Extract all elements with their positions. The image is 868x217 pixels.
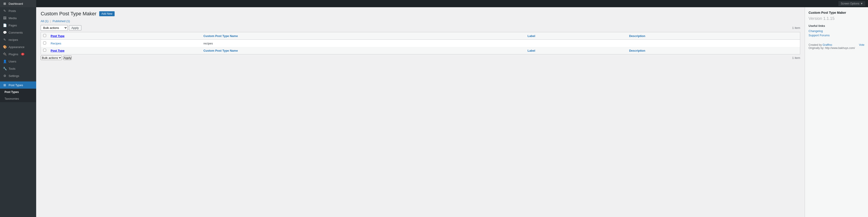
sidebar-item-posts[interactable]: ✎ Posts <box>0 7 36 14</box>
table-header-row: Post Type Custom Post Type Name Label De… <box>41 32 800 40</box>
plugin-name-title: Custom Post Type Maker <box>809 11 864 14</box>
row-checkbox[interactable] <box>43 41 46 44</box>
main: Screen Options ▼ Custom Post Type Maker … <box>36 0 868 217</box>
row-description <box>627 40 800 47</box>
plugins-badge: 3 <box>21 53 24 56</box>
sidebar-item-post-types[interactable]: ⊞ Post Types <box>0 81 36 88</box>
topbar: Screen Options ▼ <box>36 0 868 7</box>
appearance-icon: 🎨 <box>3 45 7 49</box>
sidebar-item-recipes[interactable]: ✎ recipes <box>0 36 36 43</box>
created-by-link[interactable]: Graffino <box>823 43 832 46</box>
footer-col-custom-name: Custom Post Type Name <box>201 47 525 55</box>
main-panel: Custom Post Type Maker Add New All (1) |… <box>36 7 805 217</box>
sidebar-submenu: Post Types Taxonomies <box>0 88 36 102</box>
col-description: Description <box>627 32 800 40</box>
posts-icon: ✎ <box>3 9 7 13</box>
plugins-icon: 🔌 <box>3 52 7 56</box>
changelog-link[interactable]: Changelog <box>809 29 864 33</box>
created-row: Created by Graffino Originally by: http:… <box>809 40 864 50</box>
row-post-type-link[interactable]: Recipes <box>51 42 61 45</box>
filter-published[interactable]: Published (1) <box>53 20 70 23</box>
useful-links-title: Useful links <box>809 24 864 28</box>
select-all-checkbox[interactable] <box>43 34 46 37</box>
media-icon: 🖼 <box>3 16 7 20</box>
sidebar-item-plugins[interactable]: 🔌 Plugins 3 <box>0 50 36 58</box>
select-all-col <box>41 32 49 40</box>
tablenav-top: Bulk actions Apply 1 item <box>41 25 800 31</box>
screen-options-button[interactable]: Screen Options ▼ <box>838 1 865 6</box>
sidebar-item-dashboard[interactable]: ⊞ Dashboard <box>0 0 36 7</box>
add-new-button[interactable]: Add New <box>99 11 115 16</box>
sidebar-item-appearance[interactable]: 🎨 Appearance <box>0 43 36 50</box>
tablenav-bottom: Bulk actions Apply 1 item <box>41 56 800 60</box>
footer-col-label: Label <box>525 47 627 55</box>
page-header: Custom Post Type Maker Add New <box>41 11 800 17</box>
sidebar: ⊞ Dashboard ✎ Posts 🖼 Media 📄 Pages 💬 Co… <box>0 0 36 217</box>
page-title: Custom Post Type Maker <box>41 11 96 17</box>
bulk-actions-select-bottom[interactable]: Bulk actions <box>41 56 62 60</box>
right-panel: Custom Post Type Maker Version 1.1.15 Us… <box>805 7 868 217</box>
footer-select-all-checkbox[interactable] <box>43 49 46 52</box>
row-custom-name: recipes <box>201 40 525 47</box>
footer-col-description: Description <box>627 47 800 55</box>
filter-all[interactable]: All (1) <box>41 20 49 23</box>
settings-icon: ⚙ <box>3 74 7 78</box>
sidebar-item-comments[interactable]: 💬 Comments <box>0 29 36 36</box>
recipes-icon: ✎ <box>3 38 7 41</box>
vote-link[interactable]: Vote <box>859 43 864 46</box>
table-body: Recipes recipes <box>41 40 800 47</box>
version-text: Version 1.1.15 <box>809 16 864 21</box>
footer-col-post-type[interactable]: Post Type <box>49 47 201 55</box>
col-custom-post-type-name: Custom Post Type Name <box>201 32 525 40</box>
apply-button[interactable]: Apply <box>69 25 81 31</box>
table-row: Recipes recipes <box>41 40 800 47</box>
col-post-type-link[interactable]: Post Type <box>51 34 64 38</box>
sidebar-item-settings[interactable]: ⚙ Settings <box>0 72 36 79</box>
apply-button-bottom[interactable]: Apply <box>63 56 72 60</box>
row-label <box>525 40 627 47</box>
pages-icon: 📄 <box>3 24 7 27</box>
support-forums-link[interactable]: Support Forums <box>809 34 864 37</box>
col-label: Label <box>525 32 627 40</box>
item-count: 1 item <box>792 26 800 30</box>
users-icon: 👤 <box>3 60 7 63</box>
sidebar-item-pages[interactable]: 📄 Pages <box>0 22 36 29</box>
sidebar-submenu-taxonomies[interactable]: Taxonomies <box>0 96 36 102</box>
row-checkbox-col <box>41 40 49 47</box>
created-by: Created by Graffino Originally by: http:… <box>809 43 855 50</box>
dashboard-icon: ⊞ <box>3 2 7 5</box>
filter-links: All (1) | Published (1) <box>41 20 800 23</box>
sidebar-submenu-post-types[interactable]: Post Types <box>0 88 36 96</box>
sidebar-item-tools[interactable]: 🔧 Tools <box>0 65 36 72</box>
footer-check-col <box>41 47 49 55</box>
filter-sep: | <box>50 20 51 23</box>
col-post-type[interactable]: Post Type <box>49 32 201 40</box>
row-post-type: Recipes <box>49 40 201 47</box>
content: Custom Post Type Maker Add New All (1) |… <box>36 7 868 217</box>
sidebar-item-users[interactable]: 👤 Users <box>0 58 36 65</box>
tools-icon: 🔧 <box>3 67 7 70</box>
post-types-icon: ⊞ <box>3 83 7 87</box>
table-footer-row: Post Type Custom Post Type Name Label De… <box>41 47 800 55</box>
comments-icon: 💬 <box>3 31 7 34</box>
bulk-actions-select[interactable]: Bulk actions <box>41 25 68 31</box>
sidebar-item-media[interactable]: 🖼 Media <box>0 14 36 22</box>
item-count-bottom: 1 item <box>792 56 800 60</box>
post-types-table: Post Type Custom Post Type Name Label De… <box>41 32 800 55</box>
footer-col-post-type-link[interactable]: Post Type <box>51 49 64 52</box>
